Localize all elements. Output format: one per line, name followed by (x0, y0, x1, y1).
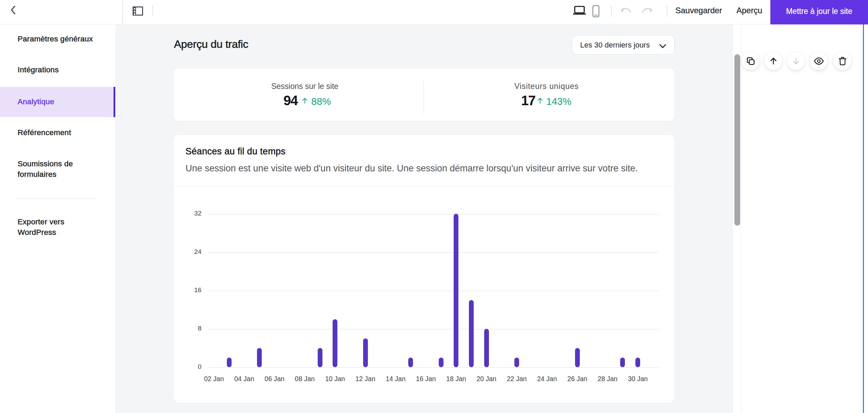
svg-text:24 Jan: 24 Jan (537, 375, 557, 382)
svg-text:28 Jan: 28 Jan (598, 375, 618, 382)
svg-text:26 Jan: 26 Jan (567, 375, 587, 382)
svg-text:12 Jan: 12 Jan (355, 375, 375, 382)
svg-text:8: 8 (198, 325, 201, 332)
svg-text:22 Jan: 22 Jan (507, 375, 527, 382)
svg-text:14 Jan: 14 Jan (386, 375, 406, 382)
svg-text:16: 16 (194, 286, 201, 294)
svg-text:18 Jan: 18 Jan (446, 375, 466, 382)
svg-text:04 Jan: 04 Jan (234, 375, 254, 382)
svg-text:24: 24 (194, 248, 202, 255)
svg-text:32: 32 (194, 210, 201, 217)
svg-text:20 Jan: 20 Jan (476, 375, 496, 382)
svg-text:30 Jan: 30 Jan (628, 375, 648, 382)
svg-text:0: 0 (198, 363, 201, 370)
svg-text:02 Jan: 02 Jan (204, 375, 224, 382)
svg-text:06 Jan: 06 Jan (264, 375, 284, 382)
svg-text:08 Jan: 08 Jan (295, 375, 315, 382)
svg-text:10 Jan: 10 Jan (325, 375, 345, 382)
svg-text:16 Jan: 16 Jan (416, 375, 436, 382)
